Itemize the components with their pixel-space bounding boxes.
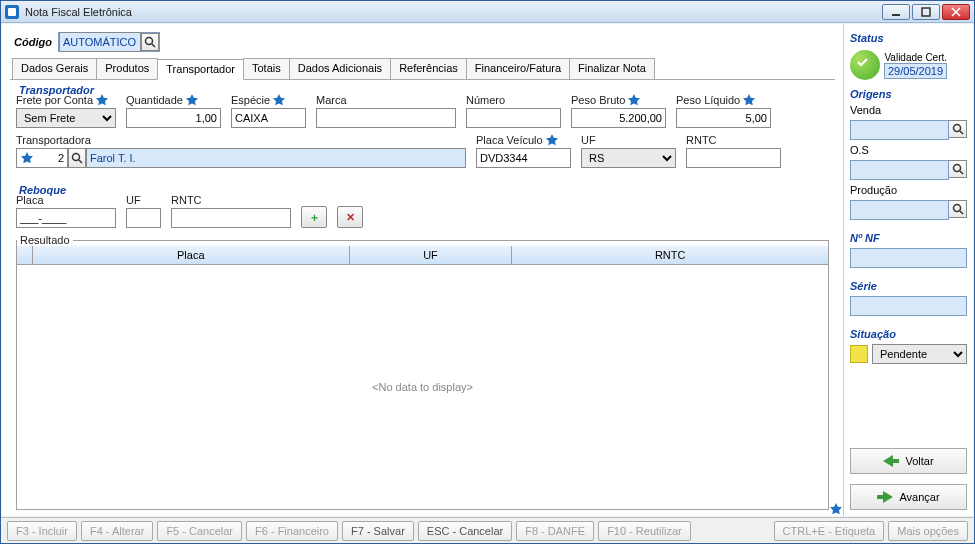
situacao-color-icon	[850, 345, 868, 363]
col-placa[interactable]: Placa	[33, 246, 350, 264]
validade-value: 29/05/2019	[884, 63, 947, 79]
f5-button[interactable]: F5 - Cancelar	[157, 521, 242, 541]
peso-liquido-label: Peso Líquido	[676, 94, 740, 106]
star-icon	[16, 148, 36, 168]
close-button[interactable]	[942, 4, 970, 20]
f10-button[interactable]: F10 - Reutilizar	[598, 521, 691, 541]
grid-empty: <No data to display>	[17, 265, 828, 509]
tab-strip: Dados Gerais Produtos Transportador Tota…	[10, 58, 835, 80]
reboque-rntc-input[interactable]	[171, 208, 291, 228]
transportadora-label: Transportadora	[16, 134, 466, 146]
frete-select[interactable]: Sem Frete	[16, 108, 116, 128]
grid-header: Placa UF RNTC	[17, 246, 828, 265]
reboque-delete-button[interactable]: ✕	[337, 206, 363, 228]
transportador-title: Transportador	[16, 84, 97, 96]
transportadora-search-button[interactable]	[68, 148, 86, 168]
tab-transportador[interactable]: Transportador	[157, 59, 244, 80]
rntc-label: RNTC	[686, 134, 781, 146]
status-title: Status	[850, 32, 967, 44]
serie-input[interactable]	[850, 296, 967, 316]
rntc-input[interactable]	[686, 148, 781, 168]
transportadora-nome-input[interactable]	[86, 148, 466, 168]
f4-button[interactable]: F4 - Alterar	[81, 521, 153, 541]
tab-dados-adicionais[interactable]: Dados Adicionais	[289, 58, 391, 79]
avancar-button[interactable]: Avançar	[850, 484, 967, 510]
os-search-button[interactable]	[949, 160, 967, 178]
arrow-right-icon	[877, 491, 893, 503]
quantidade-label: Quantidade	[126, 94, 183, 106]
peso-liquido-input[interactable]	[676, 108, 771, 128]
codigo-label: Código	[14, 36, 52, 48]
minimize-button[interactable]	[882, 4, 910, 20]
reboque-uf-input[interactable]	[126, 208, 161, 228]
arrow-left-icon	[883, 455, 899, 467]
os-input[interactable]	[850, 160, 949, 180]
origens-title: Origens	[850, 88, 967, 100]
codigo-search-button[interactable]	[141, 33, 159, 51]
uf-select[interactable]: RS	[581, 148, 676, 168]
status-ok-icon	[850, 50, 880, 80]
especie-input[interactable]	[231, 108, 306, 128]
window-title: Nota Fiscal Eletrônica	[25, 6, 882, 18]
titlebar: Nota Fiscal Eletrônica	[1, 1, 974, 23]
star-icon	[186, 94, 198, 106]
esc-button[interactable]: ESC - Cancelar	[418, 521, 512, 541]
star-icon	[743, 94, 755, 106]
serie-title: Série	[850, 280, 967, 292]
producao-search-button[interactable]	[949, 200, 967, 218]
star-icon	[546, 134, 558, 146]
quantidade-input[interactable]	[126, 108, 221, 128]
os-label: O.S	[850, 144, 967, 156]
reboque-add-button[interactable]: ＋	[301, 206, 327, 228]
col-uf[interactable]: UF	[350, 246, 513, 264]
especie-label: Espécie	[231, 94, 270, 106]
marca-label: Marca	[316, 94, 456, 106]
numero-input[interactable]	[466, 108, 561, 128]
tab-finalizar[interactable]: Finalizar Nota	[569, 58, 655, 79]
reboque-title: Reboque	[16, 184, 69, 196]
grid-selector-col[interactable]	[17, 246, 33, 264]
voltar-button[interactable]: Voltar	[850, 448, 967, 474]
peso-bruto-input[interactable]	[571, 108, 666, 128]
nf-input[interactable]	[850, 248, 967, 268]
nf-title: Nº NF	[850, 232, 967, 244]
star-icon	[273, 94, 285, 106]
transportadora-code-input[interactable]	[36, 148, 68, 168]
app-icon	[5, 5, 19, 19]
validade-label: Validade Cert.	[884, 52, 947, 63]
tab-totais[interactable]: Totais	[243, 58, 290, 79]
etiqueta-button[interactable]: CTRL+E - Etiqueta	[774, 521, 885, 541]
reboque-rntc-label: RNTC	[171, 194, 291, 206]
situacao-select[interactable]: Pendente	[872, 344, 967, 364]
f8-button[interactable]: F8 - DANFE	[516, 521, 594, 541]
producao-label: Produção	[850, 184, 967, 196]
f7-button[interactable]: F7 - Salvar	[342, 521, 414, 541]
star-icon	[96, 94, 108, 106]
reboque-placa-input[interactable]	[16, 208, 116, 228]
producao-input[interactable]	[850, 200, 949, 220]
plus-icon: ＋	[309, 210, 320, 225]
marca-input[interactable]	[316, 108, 456, 128]
venda-search-button[interactable]	[949, 120, 967, 138]
placa-veiculo-input[interactable]	[476, 148, 571, 168]
maximize-button[interactable]	[912, 4, 940, 20]
times-icon: ✕	[346, 211, 355, 224]
tab-produtos[interactable]: Produtos	[96, 58, 158, 79]
tab-referencias[interactable]: Referências	[390, 58, 467, 79]
star-icon	[628, 94, 640, 106]
tab-dados-gerais[interactable]: Dados Gerais	[12, 58, 97, 79]
uf-label: UF	[581, 134, 676, 146]
situacao-title: Situação	[850, 328, 967, 340]
resultado-label: Resultado	[17, 234, 73, 246]
tab-financeiro[interactable]: Financeiro/Fatura	[466, 58, 570, 79]
venda-input[interactable]	[850, 120, 949, 140]
f3-button[interactable]: F3 - Incluir	[7, 521, 77, 541]
numero-label: Número	[466, 94, 561, 106]
col-rntc[interactable]: RNTC	[512, 246, 828, 264]
star-icon	[830, 503, 842, 515]
codigo-input[interactable]	[59, 32, 141, 52]
f6-button[interactable]: F6 - Financeiro	[246, 521, 338, 541]
reboque-uf-label: UF	[126, 194, 161, 206]
mais-button[interactable]: Mais opções	[888, 521, 968, 541]
placa-veiculo-label: Placa Veículo	[476, 134, 543, 146]
